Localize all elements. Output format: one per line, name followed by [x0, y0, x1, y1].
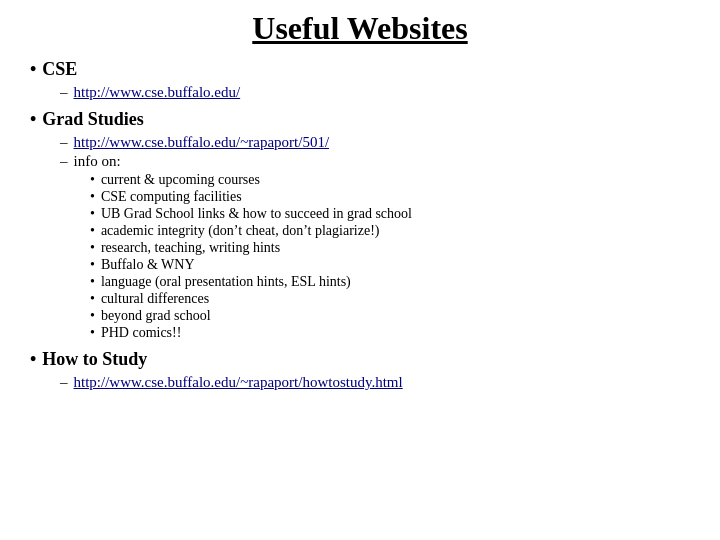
section-0: •CSE–http://www.cse.buffalo.edu/: [30, 59, 690, 101]
nested-item-1-8: •beyond grad school: [90, 308, 690, 324]
sub-item-0-0: –http://www.cse.buffalo.edu/: [30, 84, 690, 101]
nested-text-1-0: current & upcoming courses: [101, 172, 260, 188]
bullet-symbol: •: [30, 59, 36, 80]
bullet-symbol: •: [30, 349, 36, 370]
nested-text-1-7: cultural differences: [101, 291, 209, 307]
dot-icon: •: [90, 172, 95, 188]
section-label-1: Grad Studies: [42, 109, 144, 130]
sections-container: •CSE–http://www.cse.buffalo.edu/•Grad St…: [30, 59, 690, 391]
section-2: •How to Study–http://www.cse.buffalo.edu…: [30, 349, 690, 391]
nested-text-1-9: PHD comics!!: [101, 325, 182, 341]
dash-icon: –: [60, 153, 68, 170]
section-label-0: CSE: [42, 59, 77, 80]
dot-icon: •: [90, 325, 95, 341]
dot-icon: •: [90, 308, 95, 324]
dash-icon: –: [60, 374, 68, 391]
nested-text-1-6: language (oral presentation hints, ESL h…: [101, 274, 351, 290]
nested-text-1-3: academic integrity (don’t cheat, don’t p…: [101, 223, 380, 239]
dot-icon: •: [90, 291, 95, 307]
dot-icon: •: [90, 240, 95, 256]
sub-link-2-0[interactable]: http://www.cse.buffalo.edu/~rapaport/how…: [74, 374, 403, 391]
sub-item-1-1: –info on:: [30, 153, 690, 170]
dot-icon: •: [90, 189, 95, 205]
dot-icon: •: [90, 206, 95, 222]
sub-link-1-0[interactable]: http://www.cse.buffalo.edu/~rapaport/501…: [74, 134, 330, 151]
sub-item-1-0: –http://www.cse.buffalo.edu/~rapaport/50…: [30, 134, 690, 151]
main-bullet-1: •Grad Studies: [30, 109, 690, 130]
nested-item-1-5: •Buffalo & WNY: [90, 257, 690, 273]
sub-link-0-0[interactable]: http://www.cse.buffalo.edu/: [74, 84, 241, 101]
page-title: Useful Websites: [30, 10, 690, 47]
nested-text-1-2: UB Grad School links & how to succeed in…: [101, 206, 412, 222]
nested-item-1-2: •UB Grad School links & how to succeed i…: [90, 206, 690, 222]
nested-item-1-3: •academic integrity (don’t cheat, don’t …: [90, 223, 690, 239]
nested-text-1-8: beyond grad school: [101, 308, 211, 324]
nested-item-1-7: •cultural differences: [90, 291, 690, 307]
dash-icon: –: [60, 84, 68, 101]
nested-text-1-4: research, teaching, writing hints: [101, 240, 280, 256]
nested-list-1: •current & upcoming courses•CSE computin…: [30, 172, 690, 341]
nested-text-1-1: CSE computing facilities: [101, 189, 242, 205]
dot-icon: •: [90, 257, 95, 273]
nested-item-1-0: •current & upcoming courses: [90, 172, 690, 188]
nested-item-1-1: •CSE computing facilities: [90, 189, 690, 205]
nested-item-1-4: •research, teaching, writing hints: [90, 240, 690, 256]
sub-text-1-1: info on:: [74, 153, 121, 170]
main-bullet-0: •CSE: [30, 59, 690, 80]
section-label-2: How to Study: [42, 349, 147, 370]
nested-item-1-6: •language (oral presentation hints, ESL …: [90, 274, 690, 290]
nested-item-1-9: •PHD comics!!: [90, 325, 690, 341]
nested-text-1-5: Buffalo & WNY: [101, 257, 195, 273]
main-bullet-2: •How to Study: [30, 349, 690, 370]
section-1: •Grad Studies–http://www.cse.buffalo.edu…: [30, 109, 690, 341]
sub-item-2-0: –http://www.cse.buffalo.edu/~rapaport/ho…: [30, 374, 690, 391]
dash-icon: –: [60, 134, 68, 151]
bullet-symbol: •: [30, 109, 36, 130]
dot-icon: •: [90, 223, 95, 239]
dot-icon: •: [90, 274, 95, 290]
